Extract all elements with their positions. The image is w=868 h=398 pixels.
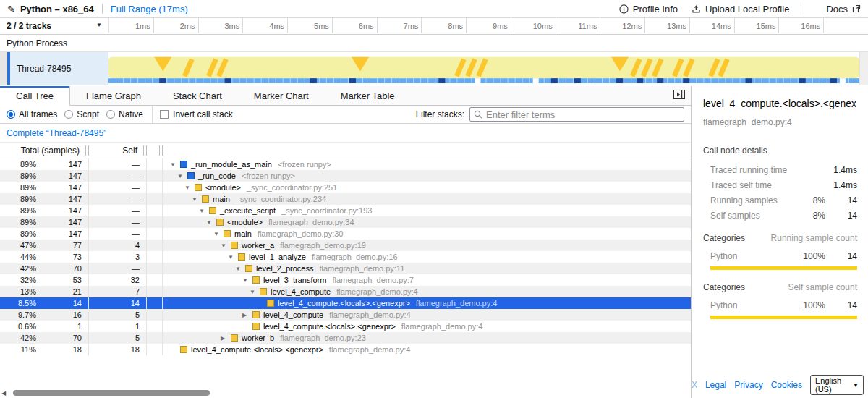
invert-call-stack-checkbox[interactable]: Invert call stack <box>160 109 233 119</box>
cell-indicator <box>147 309 163 321</box>
function-location: flamegraph_demo.py:23 <box>280 334 366 342</box>
expand-triangle-icon[interactable]: ▼ <box>250 289 260 295</box>
expand-triangle-icon[interactable]: ▼ <box>192 196 202 203</box>
table-row[interactable]: 89%147—▼_run_module_as_main<frozen runpy… <box>0 158 691 170</box>
radio-label: Native <box>119 109 143 119</box>
tab-label: Stack Chart <box>173 90 222 101</box>
category-percent: 100% <box>795 300 825 310</box>
footer-link-legal[interactable]: Legal <box>705 380 726 390</box>
detail-label: Traced running time <box>703 165 795 175</box>
docs-label: Docs <box>826 4 848 14</box>
expand-triangle-icon[interactable]: ▼ <box>184 185 195 191</box>
table-row[interactable]: 8.5%1414level_4_compute.<locals>.<genexp… <box>0 297 691 309</box>
expand-triangle-icon[interactable]: ▶ <box>221 335 231 342</box>
expand-triangle-icon[interactable]: ▼ <box>206 219 216 226</box>
table-row[interactable]: 89%147—▼_run_code<frozen runpy> <box>0 170 691 182</box>
filter-input[interactable] <box>486 109 680 120</box>
table-row[interactable]: 42%705▶worker_bflamegraph_demo.py:23 <box>0 332 691 344</box>
language-select[interactable]: English (US) ▼ <box>810 375 864 395</box>
footer-link-cookies[interactable]: Cookies <box>771 380 802 390</box>
expand-triangle-icon[interactable]: ▼ <box>199 208 209 214</box>
radio-all-frames[interactable]: All frames <box>7 109 57 119</box>
table-row[interactable]: 11%1818level_4_compute.<locals>.<genexpr… <box>0 344 691 355</box>
activity-canvas[interactable] <box>109 52 859 85</box>
category-row: Python100%14 <box>703 300 857 310</box>
tab-marker-chart[interactable]: Marker Chart <box>238 86 325 105</box>
timeline-header: 2 / 2 tracks ▼ 1ms2ms3ms4ms5ms6ms7ms8ms9… <box>0 18 868 35</box>
table-row[interactable]: 32%5332▼level_3_transformflamegraph_demo… <box>0 274 691 286</box>
profile-info-button[interactable]: Profile Info <box>619 4 678 14</box>
cell-function: ▼mainflamegraph_demo.py:30 <box>163 228 691 240</box>
expand-triangle-icon[interactable]: ▼ <box>177 173 187 179</box>
ruler-tick <box>109 18 868 33</box>
column-total-samples[interactable]: Total (samples) <box>0 145 85 156</box>
table-row[interactable]: 9.7%165▶level_4_computeflamegraph_demo.p… <box>0 309 691 321</box>
tracks-count-button[interactable]: 2 / 2 tracks <box>0 18 109 33</box>
total-samples: 1 <box>36 322 88 331</box>
category-square-icon <box>245 265 252 272</box>
total-samples: 14 <box>36 299 88 308</box>
radio-native[interactable]: Native <box>106 109 143 119</box>
cell-indicator <box>147 193 163 205</box>
function-location: _sync_coordinator.py:251 <box>247 183 337 192</box>
expand-triangle-icon[interactable]: ▶ <box>242 312 252 318</box>
detail-percent: 8% <box>795 211 825 221</box>
tab-marker-table[interactable]: Marker Table <box>325 86 411 105</box>
scrollbar-thumb[interactable] <box>13 390 210 396</box>
table-row[interactable]: 89%147—▼mainflamegraph_demo.py:30 <box>0 228 691 240</box>
radio-script[interactable]: Script <box>64 109 99 119</box>
footer-link-x[interactable]: X <box>692 380 697 390</box>
function-name: level_1_analyze <box>249 253 306 261</box>
total-percent: 89% <box>0 160 36 169</box>
scroll-left-icon[interactable]: ◀ <box>1 390 10 397</box>
table-row[interactable]: 89%147—▼<module>flamegraph_demo.py:34 <box>0 216 691 228</box>
cell-function: ▶level_4_computeflamegraph_demo.py:4 <box>163 309 691 321</box>
timeline-ruler[interactable]: 1ms2ms3ms4ms5ms6ms7ms8ms9ms10ms11ms12ms1… <box>109 18 868 33</box>
chevron-down-icon[interactable]: ▼ <box>96 22 102 28</box>
thread-activity-graph[interactable] <box>109 52 859 85</box>
category-square-icon <box>202 195 209 203</box>
tab-stack-chart[interactable]: Stack Chart <box>157 86 238 105</box>
process-track-header[interactable]: Python Process <box>0 35 868 52</box>
sidebar-toggle-button[interactable] <box>673 89 685 102</box>
table-row[interactable]: 42%70—▼level_2_processflamegraph_demo.py… <box>0 263 691 274</box>
total-samples: 73 <box>36 253 88 261</box>
docs-link[interactable]: Docs <box>826 4 861 14</box>
column-resize-handle[interactable] <box>143 145 147 156</box>
expand-triangle-icon[interactable]: ▼ <box>221 242 231 249</box>
expand-triangle-icon[interactable]: ▼ <box>242 277 252 284</box>
category-value: 14 <box>825 300 857 310</box>
table-row[interactable]: 89%147—▼_execute_script_sync_coordinator… <box>0 205 691 216</box>
table-row[interactable]: 13%217▼level_4_computeflamegraph_demo.py… <box>0 286 691 297</box>
table-row[interactable]: 89%147—▼main_sync_coordinator.py:234 <box>0 193 691 205</box>
column-self[interactable]: Self <box>89 145 143 156</box>
tab-call-tree[interactable]: Call Tree <box>0 86 70 106</box>
column-resize-handle[interactable] <box>159 145 163 156</box>
function-name: level_4_compute <box>271 287 331 296</box>
thread-track-label[interactable]: Thread-78495 <box>10 52 109 85</box>
table-row[interactable]: 0.6%11level_4_compute.<locals>.<genexpr>… <box>0 321 691 332</box>
upload-profile-button[interactable]: Upload Local Profile <box>692 4 789 14</box>
tab-flame-graph[interactable]: Flame Graph <box>70 86 157 105</box>
table-row[interactable]: 89%147—▼<module>_sync_coordinator.py:251 <box>0 182 691 193</box>
detail-label: Running samples <box>703 195 795 206</box>
divider <box>804 4 804 14</box>
radio-icon <box>106 110 115 119</box>
expand-triangle-icon[interactable]: ▼ <box>235 266 245 272</box>
table-row[interactable]: 44%733▼level_1_analyzeflamegraph_demo.py… <box>0 251 691 263</box>
expand-triangle-icon[interactable]: ▼ <box>170 161 180 168</box>
table-row[interactable]: 47%774▼worker_aflamegraph_demo.py:19 <box>0 240 691 251</box>
function-location: flamegraph_demo.py:4 <box>416 299 498 308</box>
footer-link-privacy[interactable]: Privacy <box>734 380 762 390</box>
categories-header: CategoriesRunning sample count <box>703 233 857 243</box>
function-name: level_3_transform <box>263 276 326 284</box>
breadcrumb-complete-thread-link[interactable]: Complete “Thread-78495” <box>7 128 106 138</box>
edit-pencil-icon[interactable]: ✎ <box>7 4 15 14</box>
expand-triangle-icon[interactable]: ▼ <box>213 231 224 237</box>
top-bar: ✎ Python – x86_64 Full Range (17ms) Prof… <box>0 0 868 18</box>
full-range-link[interactable]: Full Range (17ms) <box>111 4 188 14</box>
vertical-scrollbar[interactable] <box>859 52 868 85</box>
profile-title: Python – x86_64 <box>20 4 94 14</box>
expand-triangle-icon[interactable]: ▼ <box>228 254 238 261</box>
category-square-icon <box>252 276 260 284</box>
